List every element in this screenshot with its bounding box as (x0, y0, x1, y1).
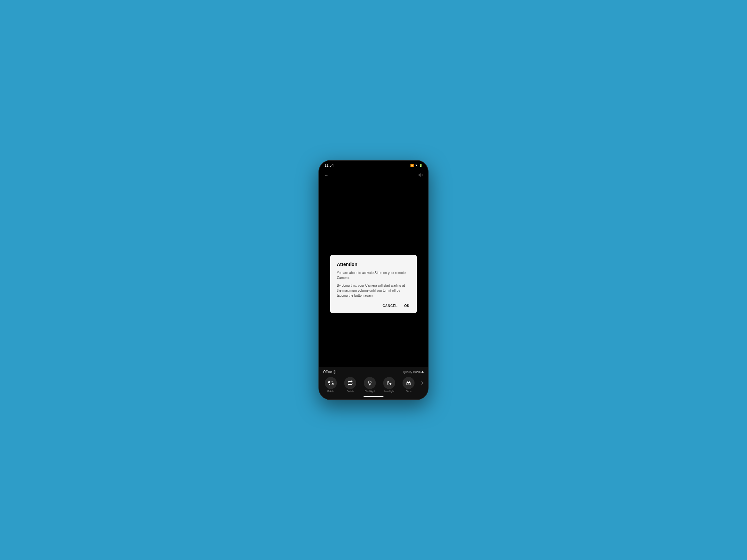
wifi-calling-icon: 📶 (410, 164, 414, 167)
status-icons: 📶 ▼ 🔋 (410, 164, 422, 167)
attention-dialog: Attention You are about to activate Sire… (330, 255, 417, 313)
dialog-body-p1: You are about to activate Siren on your … (337, 270, 410, 280)
cancel-button[interactable]: CANCEL (382, 303, 398, 309)
dialog-overlay: Attention You are about to activate Sire… (319, 169, 428, 399)
status-bar: 11:54 📶 ▼ 🔋 (319, 161, 428, 169)
dialog-title: Attention (337, 262, 410, 267)
main-area: ← Attention You are about to activate Si… (319, 169, 428, 399)
dialog-body: You are about to activate Siren on your … (337, 270, 410, 298)
dialog-actions: CANCEL OK (337, 303, 410, 309)
battery-icon: 🔋 (419, 164, 422, 167)
status-time: 11:54 (325, 163, 334, 167)
dialog-body-p2: By doing this, your Camera will start wa… (337, 283, 410, 298)
phone-frame: 11:54 📶 ▼ 🔋 ← (318, 160, 429, 400)
ok-button[interactable]: OK (404, 303, 410, 309)
signal-icon: ▼ (415, 164, 418, 167)
